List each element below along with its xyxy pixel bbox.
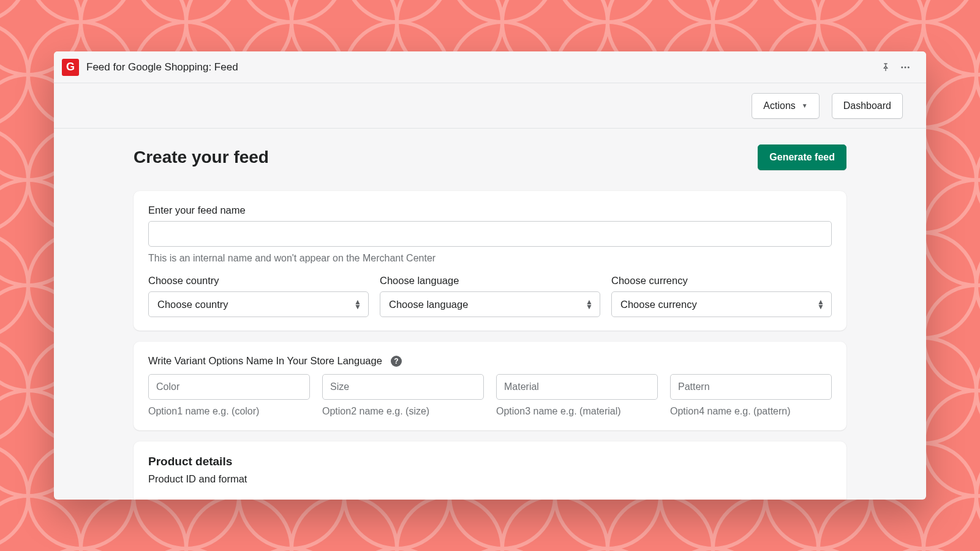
page-header: Create your feed Generate feed xyxy=(134,144,846,170)
app-badge-icon: G xyxy=(62,59,79,76)
country-label: Choose country xyxy=(148,275,369,287)
option1-hint: Option1 name e.g. (color) xyxy=(148,406,310,417)
help-icon[interactable]: ? xyxy=(391,356,402,367)
option2-input[interactable] xyxy=(322,374,484,400)
product-details-subtitle: Product ID and format xyxy=(148,473,832,485)
generate-feed-button[interactable]: Generate feed xyxy=(758,144,846,170)
actions-dropdown[interactable]: Actions ▼ xyxy=(752,93,819,119)
pin-icon xyxy=(881,62,891,72)
variant-heading: Write Variant Options Name In Your Store… xyxy=(148,355,382,367)
app-window: G Feed for Google Shopping: Feed Actions… xyxy=(54,51,926,500)
feed-name-input[interactable] xyxy=(148,221,832,247)
content-area: Create your feed Generate feed Enter you… xyxy=(54,129,926,500)
product-details-card: Product details Product ID and format xyxy=(134,441,846,500)
svg-point-6 xyxy=(901,66,903,68)
feed-name-helper: This is an internal name and won't appea… xyxy=(148,253,832,264)
title-bar: G Feed for Google Shopping: Feed xyxy=(54,51,926,83)
currency-select[interactable]: Choose currency xyxy=(611,291,832,317)
more-horizontal-icon xyxy=(900,62,911,73)
country-select[interactable]: Choose country xyxy=(148,291,369,317)
more-button[interactable] xyxy=(895,58,915,77)
feed-settings-card: Enter your feed name This is an internal… xyxy=(134,191,846,331)
option4-hint: Option4 name e.g. (pattern) xyxy=(670,406,832,417)
actions-label: Actions xyxy=(763,100,795,111)
variant-options-card: Write Variant Options Name In Your Store… xyxy=(134,342,846,430)
window-title: Feed for Google Shopping: Feed xyxy=(86,61,238,73)
language-select[interactable]: Choose language xyxy=(380,291,600,317)
option2-hint: Option2 name e.g. (size) xyxy=(322,406,484,417)
generate-feed-label: Generate feed xyxy=(769,152,835,163)
pin-button[interactable] xyxy=(876,58,895,77)
product-details-title: Product details xyxy=(148,455,832,468)
toolbar: Actions ▼ Dashboard xyxy=(54,83,926,129)
caret-down-icon: ▼ xyxy=(802,102,808,109)
option1-input[interactable] xyxy=(148,374,310,400)
feed-name-label: Enter your feed name xyxy=(148,204,832,216)
currency-label: Choose currency xyxy=(611,275,832,287)
dashboard-label: Dashboard xyxy=(843,100,891,111)
page-title: Create your feed xyxy=(134,148,269,167)
option3-input[interactable] xyxy=(496,374,658,400)
dashboard-button[interactable]: Dashboard xyxy=(832,93,903,119)
language-label: Choose language xyxy=(380,275,600,287)
svg-point-7 xyxy=(905,66,907,68)
svg-point-8 xyxy=(908,66,910,68)
option4-input[interactable] xyxy=(670,374,832,400)
option3-hint: Option3 name e.g. (material) xyxy=(496,406,658,417)
